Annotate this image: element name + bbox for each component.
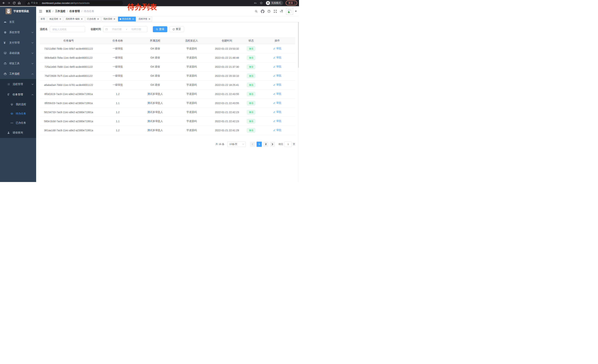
sidebar-item-done-tasks[interactable]: 已办任务 — [0, 118, 36, 128]
cell-process: OA 请假 — [138, 53, 172, 62]
search-icon[interactable] — [255, 10, 258, 13]
goto-page-input[interactable] — [284, 142, 292, 147]
col-task-name: 任务名称 — [97, 37, 138, 44]
approve-button[interactable]: 审批 — [273, 65, 281, 68]
approve-button[interactable]: 审批 — [273, 56, 281, 59]
page-2-button[interactable]: 2 — [263, 142, 268, 147]
sidebar-item-leave-query[interactable]: 请假查询 — [0, 128, 36, 138]
approve-button[interactable]: 审批 — [273, 129, 281, 132]
breadcrumb-home[interactable]: 首页 — [46, 10, 51, 13]
date-range-picker[interactable]: 开始日期 - 结束日期 — [103, 26, 147, 32]
cell-starter: 芋道源码 — [172, 126, 211, 135]
sidebar-item-home[interactable]: 首页 — [0, 17, 36, 27]
app-title: 芋道管理系统 — [13, 10, 29, 13]
url-bar[interactable]: 不安全 dashboard.yudao.iocoder.cn/bpm/task/… — [25, 1, 123, 5]
tab-start-process[interactable]: 发起流程 — [48, 17, 63, 22]
process-name-field[interactable] — [50, 26, 85, 32]
logo-image — [6, 8, 11, 14]
process-name-label: 流程名 — [40, 28, 48, 31]
cell-create-time: 2022-01-21 22:42:23 — [211, 117, 243, 126]
page-1-button[interactable]: 1 — [257, 142, 262, 147]
close-icon[interactable] — [59, 18, 61, 20]
github-icon[interactable] — [261, 10, 264, 13]
process-name-input[interactable] — [52, 28, 83, 31]
close-icon[interactable] — [148, 18, 150, 20]
reset-button[interactable]: 重置 — [169, 26, 184, 32]
edit-pencil-icon — [273, 65, 275, 68]
tab-home[interactable]: 首页 — [39, 17, 47, 22]
breadcrumb-workflow[interactable]: 工作流程 — [55, 10, 65, 13]
close-icon[interactable] — [97, 18, 99, 20]
approve-button[interactable]: 审批 — [273, 83, 281, 87]
cell-process: 测试多审批人 — [138, 89, 172, 98]
password-key-icon[interactable] — [254, 1, 257, 5]
approve-button[interactable]: 审批 — [273, 110, 281, 114]
browser-back-button[interactable] — [1, 0, 6, 6]
tab-process-detail[interactable]: 流程详情 — [137, 17, 152, 22]
search-button[interactable]: 搜索 — [153, 26, 167, 32]
table-row: 069c6a63-7b8a-11ec-8ef0-acde48001122 一级审… — [40, 53, 295, 62]
cell-task-name: 一级审批 — [97, 44, 138, 53]
tab-form-edit[interactable]: 流程表单-编辑 — [64, 17, 84, 22]
prev-page-button[interactable] — [250, 142, 255, 147]
next-page-button[interactable] — [270, 142, 275, 147]
font-size-icon[interactable]: тT — [280, 10, 283, 13]
avatar[interactable] — [286, 8, 293, 15]
cell-create-time: 2022-01-21 22:41:29 — [211, 126, 243, 135]
list-icon — [7, 83, 10, 86]
cell-task-name: 1.1 — [97, 98, 138, 108]
browser-forward-button[interactable] — [6, 0, 11, 6]
fullscreen-icon[interactable] — [274, 10, 277, 13]
sidebar-item-devtools[interactable]: 研发工具 — [0, 58, 36, 69]
approve-button[interactable]: 审批 — [273, 101, 281, 105]
browser-reload-button[interactable] — [11, 0, 17, 6]
approve-button[interactable]: 审批 — [273, 92, 281, 96]
cell-task-id: 8f059c03-7ac8-11ec-a9e2-a2380e71991a — [40, 98, 97, 108]
search-icon — [156, 28, 158, 31]
browser-menu-icon[interactable] — [295, 2, 295, 4]
table-row: 381aa1dd-7ac8-11ec-a9e2-a2380e71991a 1.2… — [40, 126, 295, 135]
tab-todo-tasks[interactable]: 待办任务 — [118, 17, 136, 22]
status-badge: 激活 — [247, 128, 255, 133]
table-row: 8f0d1619-7ac8-11ec-a9e2-a2380e71991a 1.2… — [40, 89, 295, 98]
browser-home-button[interactable] — [17, 0, 22, 6]
sidebar-item-my-process[interactable]: 我的流程 — [0, 100, 36, 109]
sidebar-item-workflow[interactable]: 工作流程 — [0, 69, 36, 79]
page-size-select[interactable]: 10条/页 — [227, 142, 246, 147]
security-indicator[interactable]: 不安全 — [27, 1, 38, 5]
close-icon[interactable] — [81, 18, 83, 20]
cell-starter: 芋道源码 — [172, 80, 211, 89]
close-icon[interactable] — [132, 18, 134, 20]
browser-update-button[interactable]: 更新 — [286, 0, 297, 5]
collapse-sidebar-button[interactable] — [36, 9, 44, 13]
sidebar-item-task-mgmt[interactable]: 任务管理 — [0, 89, 36, 100]
col-starter: 流程发起人 — [172, 37, 211, 44]
create-time-label: 创建时间 — [91, 28, 101, 31]
avatar-dropdown-caret[interactable] — [295, 11, 297, 12]
approve-button[interactable]: 审批 — [273, 119, 281, 123]
app-logo[interactable]: 芋道管理系统 — [0, 7, 36, 16]
sidebar-item-system[interactable]: 系统管理 — [0, 27, 36, 38]
edit-pencil-icon — [273, 111, 275, 113]
sidebar-item-todo-tasks[interactable]: 待办任务 — [0, 109, 36, 118]
close-icon[interactable] — [113, 18, 116, 20]
cell-starter: 芋道源码 — [172, 53, 211, 62]
calendar-icon — [105, 28, 108, 31]
cell-task-id: 069c6a63-7b8a-11ec-8ef0-acde48001122 — [40, 53, 97, 62]
sidebar-item-payment[interactable]: ¥ 支付管理 — [0, 38, 36, 48]
sidebar-item-process-mgmt[interactable]: 流程管理 — [0, 79, 36, 89]
approve-button[interactable]: 审批 — [273, 74, 281, 77]
help-icon[interactable] — [267, 10, 271, 13]
sidebar-item-infra[interactable]: 基础设施 — [0, 48, 36, 58]
active-dot — [120, 18, 121, 20]
approve-button[interactable]: 审批 — [273, 47, 281, 50]
breadcrumb-task-mgmt[interactable]: 任务管理 — [69, 10, 80, 13]
bookmark-star-icon[interactable] — [259, 1, 263, 5]
cell-process: OA 请假 — [138, 44, 172, 53]
cell-create-time: 2022-01-21 22:42:23 — [211, 108, 243, 117]
chevron-down-icon — [32, 63, 33, 64]
tab-my-process[interactable]: 我的流程 — [102, 17, 117, 22]
tab-done-tasks[interactable]: 已办任务 — [85, 17, 101, 22]
incognito-badge: 无痕模式 — [266, 0, 283, 5]
page-scrollbar[interactable] — [298, 7, 299, 182]
